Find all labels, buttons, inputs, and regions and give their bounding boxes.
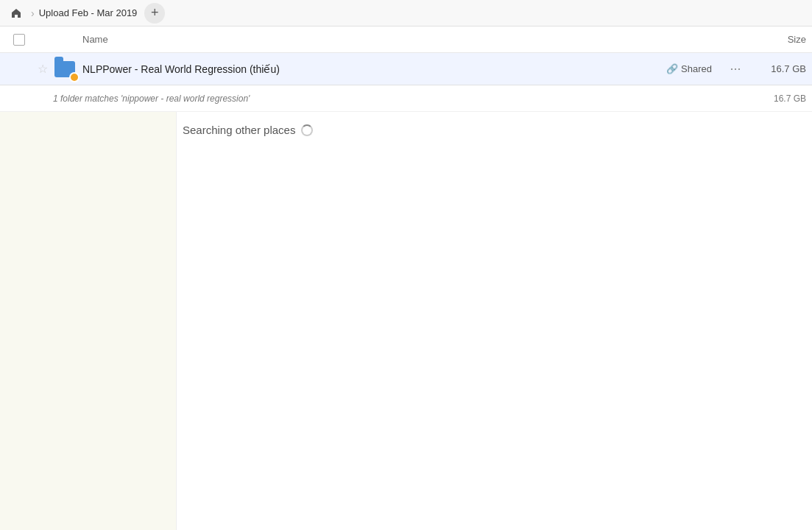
name-column-header: Name xyxy=(82,34,732,45)
home-button[interactable] xyxy=(6,3,27,24)
right-panel: Searching other places xyxy=(177,112,812,530)
match-info-text: 1 folder matches 'nippower - real world … xyxy=(53,93,747,104)
column-headers: Name Size xyxy=(0,26,812,53)
match-info-size: 16.7 GB xyxy=(747,93,806,104)
select-all-checkbox[interactable] xyxy=(13,34,25,46)
header-bar: › Upload Feb - Mar 2019 + xyxy=(0,0,812,26)
shared-overlay xyxy=(69,72,80,82)
content-area: Searching other places xyxy=(0,112,812,530)
match-info-row: 1 folder matches 'nippower - real world … xyxy=(0,85,812,112)
file-row[interactable]: ☆ NLPPower - Real World Regression (thiế… xyxy=(0,53,812,85)
loading-spinner xyxy=(301,124,313,136)
breadcrumb-label: Upload Feb - Mar 2019 xyxy=(39,7,138,18)
left-panel xyxy=(0,112,177,530)
header-checkbox-col xyxy=(6,34,32,46)
file-name: NLPPower - Real World Regression (thiếu) xyxy=(82,63,666,75)
breadcrumb-separator: › xyxy=(31,7,35,19)
link-icon: 🔗 xyxy=(666,63,678,74)
file-size: 16.7 GB xyxy=(747,63,806,74)
shared-label: Shared xyxy=(681,63,712,74)
folder-icon-container xyxy=(53,57,77,81)
shared-label-container: 🔗 Shared xyxy=(666,63,712,74)
star-icon[interactable]: ☆ xyxy=(32,62,53,76)
shared-dot xyxy=(71,74,78,81)
searching-label: Searching other places xyxy=(183,124,295,136)
size-column-header: Size xyxy=(732,34,806,45)
more-options-button[interactable]: ··· xyxy=(724,61,747,77)
add-button[interactable]: + xyxy=(144,3,165,24)
searching-section: Searching other places xyxy=(177,112,812,142)
